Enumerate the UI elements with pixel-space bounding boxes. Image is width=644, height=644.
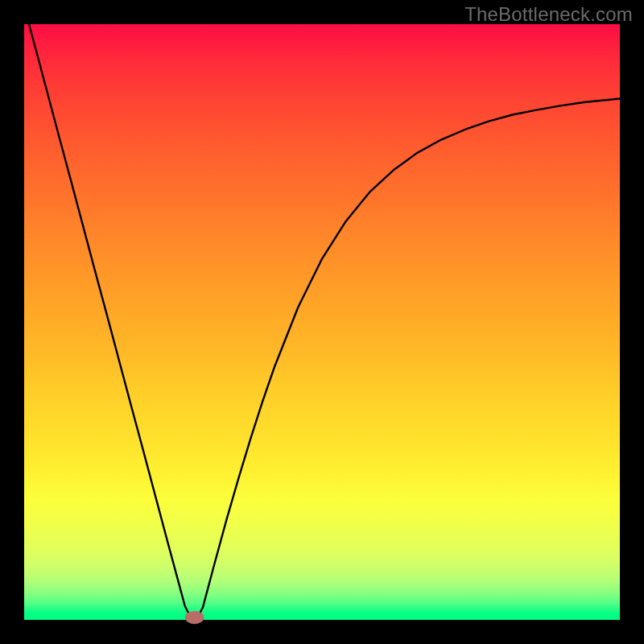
bottleneck-curve bbox=[24, 6, 620, 620]
chart-frame: TheBottleneck.com bbox=[0, 0, 644, 644]
curve-svg bbox=[24, 24, 620, 620]
watermark-text: TheBottleneck.com bbox=[464, 3, 633, 26]
plot-area bbox=[24, 24, 620, 620]
minimum-marker bbox=[185, 611, 204, 624]
